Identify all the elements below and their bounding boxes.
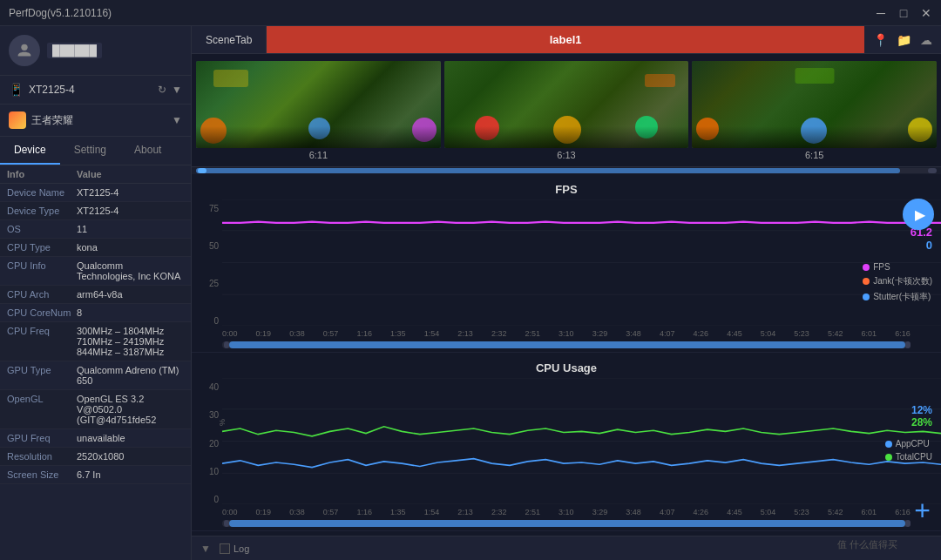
play-icon: ▶ <box>915 206 925 223</box>
game-name-label: 王者荣耀 <box>31 113 166 128</box>
info-value-12: 6.7 In <box>77 469 184 480</box>
info-row-2: OS11 <box>0 220 191 239</box>
refresh-icon[interactable]: ↻ <box>158 84 166 96</box>
screenshot-time-3: 6:15 <box>805 150 823 160</box>
cpu-y-axis: 40 30 20 10 0 <box>192 378 222 522</box>
screenshot-3[interactable]: 6:15 <box>692 61 937 160</box>
info-value-6: 8 <box>77 307 184 318</box>
location-icon[interactable]: 📍 <box>873 33 888 47</box>
info-row-11: Resolution2520x1080 <box>0 448 191 466</box>
game-selector[interactable]: 王者荣耀 ▼ <box>0 105 191 137</box>
info-row-4: CPU InfoQualcomm Technologies, Inc KONA <box>0 257 191 286</box>
info-value-2: 11 <box>77 224 184 234</box>
title-bar: PerfDog(v5.1.210116) ─ □ ✕ <box>0 0 941 26</box>
sidebar: ██████ 📱 XT2125-4 ↻ ▼ 王者荣耀 ▼ Device Sett… <box>0 26 192 560</box>
device-dropdown-arrow[interactable]: ▼ <box>172 84 182 96</box>
main-container: ██████ 📱 XT2125-4 ↻ ▼ 王者荣耀 ▼ Device Sett… <box>0 26 941 560</box>
stutter-dot <box>863 293 870 300</box>
info-row-0: Device NameXT2125-4 <box>0 184 191 202</box>
value-col-header: Value <box>77 169 184 179</box>
info-label-1: Device Type <box>7 206 77 216</box>
tab-about[interactable]: About <box>120 137 175 165</box>
label-bar: label1 <box>267 26 864 53</box>
fps-plot <box>222 199 941 326</box>
device-actions[interactable]: ↻ <box>158 84 166 96</box>
top-icons: 📍 📁 ☁ <box>864 26 941 53</box>
cpu-y-40: 40 <box>209 382 219 392</box>
fps-chart-section: FPS 75 50 25 0 <box>192 174 941 353</box>
game-dropdown-arrow[interactable]: ▼ <box>172 114 182 126</box>
fps-y-50: 50 <box>209 241 219 251</box>
content-area: SceneTab label1 📍 📁 ☁ <box>192 26 941 560</box>
cpu-scrollbar[interactable] <box>222 520 911 527</box>
bottom-nav: ▼ <box>200 543 211 555</box>
info-label-5: CPU Arch <box>7 289 77 300</box>
info-label-9: OpenGL <box>7 394 77 425</box>
log-checkbox[interactable]: Log <box>220 543 249 554</box>
info-value-4: Qualcomm Technologies, Inc KONA <box>77 260 184 281</box>
cpu-y-10: 10 <box>209 467 219 476</box>
watermark: 值 什么值得买 <box>837 538 897 551</box>
cpu-legend-total: TotalCPU <box>885 452 932 462</box>
add-button[interactable]: + <box>914 495 931 527</box>
close-button[interactable]: ✕ <box>920 7 932 19</box>
cpu-chart-section: CPU Usage 40 30 20 10 0 % <box>192 353 941 531</box>
tab-setting[interactable]: Setting <box>60 137 120 165</box>
cpu-chart-title: CPU Usage <box>192 361 941 374</box>
fps-chart-container: 75 50 25 0 <box>192 199 941 343</box>
info-label-0: Device Name <box>7 187 77 198</box>
app-title: PerfDog(v5.1.210116) <box>9 7 112 19</box>
fps-y-25: 25 <box>209 279 219 288</box>
info-label-8: GPU Type <box>7 365 77 386</box>
fps-y-75: 75 <box>209 204 219 213</box>
screenshot-1[interactable]: 6:11 <box>196 61 441 160</box>
info-label-11: Resolution <box>7 451 77 462</box>
tab-device[interactable]: Device <box>0 137 60 165</box>
fps-legend-jank: Jank(卡顿次数) <box>863 275 932 287</box>
jank-dot <box>863 278 870 285</box>
info-value-5: arm64-v8a <box>77 289 184 300</box>
folder-icon[interactable]: 📁 <box>897 33 911 47</box>
cpu-plot <box>222 378 941 504</box>
fps-y-axis: 75 50 25 0 <box>192 199 222 343</box>
info-header: Info Value <box>0 165 191 184</box>
info-label-12: Screen Size <box>7 469 77 480</box>
info-value-10: unavailable <box>77 433 184 443</box>
info-row-12: Screen Size6.7 In <box>0 466 191 484</box>
scene-tab[interactable]: SceneTab <box>192 26 267 53</box>
info-table: Info Value Device NameXT2125-4Device Typ… <box>0 165 191 560</box>
screenshot-2[interactable]: 6:13 <box>444 61 689 160</box>
fps-y-0: 0 <box>213 316 219 326</box>
screenshot-img-2 <box>444 61 689 148</box>
minimize-button[interactable]: ─ <box>875 7 887 19</box>
info-col-header: Info <box>7 169 77 179</box>
info-label-3: CPU Type <box>7 242 77 253</box>
fps-legend: 61.2 0 FPS Jank(卡顿次数) <box>863 226 932 303</box>
nav-down-icon[interactable]: ▼ <box>200 543 211 555</box>
info-value-0: XT2125-4 <box>77 187 184 198</box>
fps-play-button[interactable]: ▶ <box>903 199 934 230</box>
info-value-3: kona <box>77 242 184 253</box>
info-label-7: CPU Freq <box>7 326 77 357</box>
screenshot-time-2: 6:13 <box>557 150 575 160</box>
maximize-button[interactable]: □ <box>897 7 910 19</box>
info-value-1: XT2125-4 <box>77 206 184 216</box>
screenshot-time-1: 6:11 <box>309 150 328 160</box>
info-row-5: CPU Archarm64-v8a <box>0 286 191 304</box>
cpu-y-20: 20 <box>209 439 219 449</box>
device-selector[interactable]: 📱 XT2125-4 ↻ ▼ <box>0 76 191 105</box>
info-row-3: CPU Typekona <box>0 239 191 257</box>
log-checkbox-box[interactable] <box>220 543 230 554</box>
fps-svg <box>222 199 941 326</box>
info-label-6: CPU CoreNum <box>7 307 77 318</box>
cloud-icon[interactable]: ☁ <box>920 33 932 47</box>
svg-point-0 <box>21 44 27 51</box>
window-controls[interactable]: ─ □ ✕ <box>875 7 932 19</box>
fps-legend-stutter: Stutter(卡顿率) <box>863 291 932 303</box>
info-row-6: CPU CoreNum8 <box>0 304 191 322</box>
info-value-7: 300MHz – 1804MHz 710MHz – 2419MHz 844MHz… <box>77 326 184 357</box>
info-value-8: Qualcomm Adreno (TM) 650 <box>77 365 184 386</box>
log-label: Log <box>234 543 249 554</box>
info-row-8: GPU TypeQualcomm Adreno (TM) 650 <box>0 361 191 390</box>
fps-scrollbar[interactable] <box>222 341 911 348</box>
